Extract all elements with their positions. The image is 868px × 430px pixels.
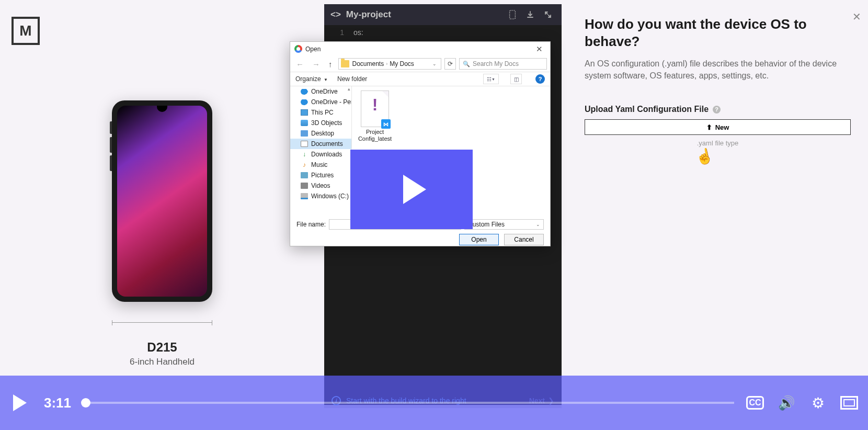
view-mode-icon[interactable]: ☷ ▼ (483, 74, 499, 84)
tree-item-label: Documents (311, 140, 343, 148)
filename-label: File name: (296, 221, 326, 228)
tree-item[interactable]: This PC (290, 107, 351, 118)
device-screen (117, 106, 207, 297)
device-name: D215 (0, 340, 324, 355)
file-type-filter[interactable]: Custom Files ⌄ (464, 219, 544, 230)
tree-item-label: Pictures (311, 172, 334, 179)
editor-header: <> My-project (324, 4, 562, 25)
right-panel: ✕ How do you want the device OS to behav… (580, 7, 865, 147)
search-icon: 🔍 (463, 61, 470, 67)
right-panel-heading: How do you want the device OS to behave? (585, 16, 851, 50)
search-input[interactable]: 🔍 Search My Docs (459, 58, 547, 70)
chrome-icon (294, 45, 302, 53)
device-width-rule (112, 322, 212, 323)
breadcrumb-dropdown-icon[interactable]: ⌄ (430, 61, 439, 66)
tree-item-label: OneDrive (311, 88, 338, 95)
search-placeholder: Search My Docs (473, 60, 519, 67)
pic-icon (301, 172, 308, 178)
cancel-button[interactable]: Cancel (504, 234, 544, 245)
tree-item-label: Music (311, 161, 327, 168)
editor-code[interactable]: os: (349, 25, 363, 41)
threeD-icon (301, 120, 308, 126)
code-icon: <> (330, 9, 341, 20)
file-name: Project Config_latest (356, 129, 394, 142)
upload-label: Upload Yaml Configuration File ? (585, 105, 851, 114)
download-icon[interactable] (523, 7, 538, 22)
dialog-help-icon[interactable]: ? (535, 74, 545, 84)
scroll-up-icon[interactable]: ▴ (348, 86, 350, 92)
tree-item[interactable]: Desktop (290, 128, 351, 139)
chevron-down-icon: ⌄ (536, 222, 540, 227)
upload-icon: ⬆ (706, 123, 712, 131)
dialog-toolbar: Organize ▼ New folder ☷ ▼ ◫ ? (290, 72, 550, 86)
tree-item[interactable]: Videos (290, 180, 351, 191)
breadcrumb-item[interactable]: Documents (352, 60, 384, 67)
expand-icon[interactable] (541, 7, 555, 22)
dl-icon: ↓ (301, 151, 308, 157)
tree-item-label: OneDrive - Person (311, 98, 352, 106)
project-name: My-project (346, 9, 502, 20)
tree-item-label: Desktop (311, 130, 334, 137)
dialog-close-icon[interactable]: ✕ (533, 44, 546, 54)
tree-item-label: This PC (311, 109, 334, 116)
refresh-icon[interactable]: ⟳ (444, 58, 456, 70)
tree-item[interactable]: OneDrive - Person (290, 97, 351, 107)
settings-button[interactable]: ⚙ (807, 394, 828, 411)
play-icon (13, 394, 27, 411)
nav-up-icon[interactable]: ↑ (326, 60, 335, 69)
drive-icon (301, 193, 308, 199)
play-button[interactable] (8, 391, 31, 414)
right-panel-description: An OS configuration (.yaml) file describ… (585, 58, 851, 82)
pc-icon (301, 109, 308, 116)
preview-pane-icon[interactable]: ◫ (510, 74, 522, 84)
yaml-file-icon: ! ⋈ (361, 90, 389, 127)
vid-icon (301, 183, 308, 189)
breadcrumb-item[interactable]: My Docs (390, 60, 414, 67)
tree-item[interactable]: Windows (C:) (290, 191, 351, 201)
line-number: 1 (324, 25, 349, 41)
folder-icon (341, 60, 349, 67)
breadcrumb[interactable]: Documents › My Docs ⌄ (338, 58, 442, 70)
tree-item[interactable]: OneDrive (290, 86, 351, 97)
file-item[interactable]: ! ⋈ Project Config_latest (356, 90, 394, 142)
video-time: 3:11 (44, 395, 71, 411)
tree-item[interactable]: 3D Objects (290, 118, 351, 128)
cursor-hand-icon: ☝️ (694, 146, 715, 167)
dialog-titlebar: Open ✕ (290, 42, 550, 56)
play-icon (403, 175, 426, 204)
device-mock (112, 100, 212, 302)
volume-button[interactable]: 🔊 (776, 394, 797, 411)
captions-button[interactable]: CC (745, 394, 766, 411)
video-play-button[interactable] (350, 150, 473, 229)
dialog-address-bar: ← → ↑ Documents › My Docs ⌄ ⟳ 🔍 Search M… (290, 56, 550, 72)
folder-tree[interactable]: ▴ OneDriveOneDrive - PersonThis PC3D Obj… (290, 86, 352, 217)
dialog-title: Open (305, 46, 533, 53)
seek-thumb[interactable] (81, 398, 90, 408)
tree-item[interactable]: Documents (290, 139, 351, 149)
music-icon: ♪ (301, 162, 308, 168)
close-icon[interactable]: ✕ (852, 10, 861, 23)
upload-hint: .yaml file type (585, 139, 851, 147)
nav-back-icon[interactable]: ← (293, 60, 306, 69)
new-folder-button[interactable]: New folder (337, 75, 367, 83)
fullscreen-button[interactable] (839, 394, 860, 411)
nav-forward-icon[interactable]: → (310, 60, 323, 69)
tree-item[interactable]: ↓Downloads (290, 149, 351, 160)
open-button[interactable]: Open (459, 234, 499, 245)
device-subtitle: 6-inch Handheld (0, 357, 324, 367)
tree-item[interactable]: Pictures (290, 170, 351, 180)
tree-item-label: Downloads (311, 151, 342, 158)
upload-new-button[interactable]: ⬆ New (585, 119, 851, 135)
help-icon[interactable]: ? (713, 106, 721, 114)
desktop-icon (301, 130, 308, 137)
organize-menu[interactable]: Organize ▼ (295, 75, 328, 83)
cloud-icon (301, 88, 308, 95)
tree-item-label: 3D Objects (311, 119, 342, 127)
video-seek-track[interactable] (86, 402, 734, 404)
fullscreen-icon (840, 396, 858, 410)
tree-item[interactable]: ♪Music (290, 160, 351, 170)
tree-item-label: Videos (311, 182, 330, 189)
vscode-badge-icon: ⋈ (381, 119, 391, 129)
device-icon[interactable] (505, 7, 520, 22)
cloud-icon (301, 99, 308, 105)
